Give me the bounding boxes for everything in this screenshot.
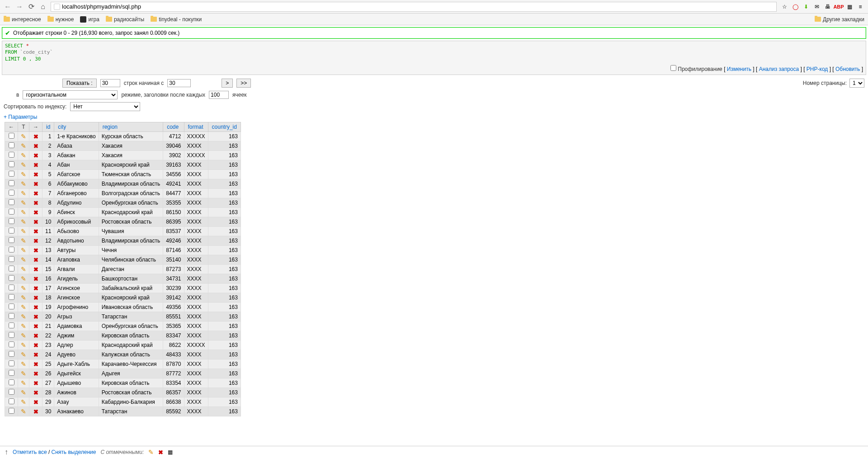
edit-row-icon[interactable]: ✎	[21, 228, 26, 235]
menu-icon[interactable]: ≡	[856, 3, 864, 11]
delete-row-icon[interactable]: ✖	[33, 380, 38, 387]
row-checkbox[interactable]	[9, 218, 14, 224]
reload-button[interactable]: ⟳	[27, 3, 35, 11]
explain-link[interactable]: Анализ запроса	[759, 66, 799, 72]
edit-row-icon[interactable]: ✎	[21, 190, 26, 197]
delete-row-icon[interactable]: ✖	[33, 389, 38, 396]
edit-row-icon[interactable]: ✎	[21, 351, 26, 358]
edit-row-icon[interactable]: ✎	[21, 180, 26, 187]
edit-row-icon[interactable]: ✎	[21, 360, 26, 368]
print-icon[interactable]: 🖶	[824, 3, 832, 11]
col-region[interactable]: region	[99, 122, 163, 132]
delete-row-icon[interactable]: ✖	[33, 294, 38, 301]
delete-row-icon[interactable]: ✖	[33, 228, 38, 235]
edit-row-icon[interactable]: ✎	[21, 322, 26, 330]
row-checkbox[interactable]	[9, 161, 14, 167]
delete-row-icon[interactable]: ✖	[33, 190, 38, 197]
row-checkbox[interactable]	[9, 133, 14, 139]
edit-row-icon[interactable]: ✎	[21, 389, 26, 396]
delete-row-icon[interactable]: ✖	[33, 143, 38, 150]
row-checkbox[interactable]	[9, 313, 14, 319]
row-checkbox[interactable]	[9, 142, 14, 148]
start-row-input[interactable]	[167, 79, 191, 87]
delete-row-icon[interactable]: ✖	[33, 171, 38, 178]
delete-row-icon[interactable]: ✖	[33, 219, 38, 225]
row-checkbox[interactable]	[9, 341, 14, 347]
edit-row-icon[interactable]: ✎	[21, 370, 26, 377]
delete-row-icon[interactable]: ✖	[33, 285, 38, 292]
sort-index-select[interactable]: Нет	[70, 102, 140, 111]
row-checkbox[interactable]	[9, 190, 14, 196]
delete-row-icon[interactable]: ✖	[33, 276, 38, 282]
delete-row-icon[interactable]: ✖	[33, 162, 38, 168]
profiling-checkbox-label[interactable]: Профилирование	[670, 66, 722, 72]
profiling-checkbox[interactable]	[670, 65, 676, 71]
next-page-button[interactable]: >	[222, 79, 233, 88]
row-checkbox[interactable]	[9, 379, 14, 385]
edit-row-icon[interactable]: ✎	[21, 304, 26, 311]
edit-query-link[interactable]: Изменить	[727, 66, 751, 72]
url-input[interactable]	[62, 3, 774, 10]
delete-row-icon[interactable]: ✖	[33, 342, 38, 349]
edit-row-icon[interactable]: ✎	[21, 379, 26, 387]
edit-row-icon[interactable]: ✎	[21, 256, 26, 263]
edit-row-icon[interactable]: ✎	[21, 398, 26, 406]
edit-row-icon[interactable]: ✎	[21, 133, 26, 140]
row-checkbox[interactable]	[9, 285, 14, 290]
delete-row-icon[interactable]: ✖	[33, 313, 38, 320]
row-checkbox[interactable]	[9, 332, 14, 338]
delete-row-icon[interactable]: ✖	[33, 152, 38, 159]
mail-icon[interactable]: ✉	[813, 3, 821, 11]
other-bookmarks[interactable]: Другие закладки	[815, 16, 864, 23]
edit-row-icon[interactable]: ✎	[21, 142, 26, 150]
row-checkbox[interactable]	[9, 199, 14, 205]
delete-row-icon[interactable]: ✖	[33, 257, 38, 263]
delete-row-icon[interactable]: ✖	[33, 304, 38, 311]
bookmark-item[interactable]: радиосайты	[106, 16, 144, 23]
col-id[interactable]: id	[42, 122, 54, 132]
shield-icon[interactable]: ◯	[791, 3, 799, 11]
col-city[interactable]: city	[54, 122, 99, 132]
delete-row-icon[interactable]: ✖	[33, 181, 38, 187]
ext-icon[interactable]: ▦	[845, 3, 854, 11]
rows-count-input[interactable]	[100, 79, 120, 87]
edit-row-icon[interactable]: ✎	[21, 247, 26, 254]
edit-row-icon[interactable]: ✎	[21, 161, 26, 168]
bookmark-item[interactable]: интересное	[4, 16, 41, 23]
delete-row-icon[interactable]: ✖	[33, 332, 38, 339]
delete-row-icon[interactable]: ✖	[33, 408, 38, 415]
row-checkbox[interactable]	[9, 266, 14, 271]
bookmark-item[interactable]: tinydeal - покупки	[151, 16, 202, 23]
edit-row-icon[interactable]: ✎	[21, 237, 26, 244]
edit-row-icon[interactable]: ✎	[21, 218, 26, 225]
home-button[interactable]: ⌂	[39, 3, 47, 11]
edit-row-icon[interactable]: ✎	[21, 275, 26, 282]
forward-button[interactable]: →	[15, 3, 24, 11]
row-checkbox[interactable]	[9, 398, 14, 404]
delete-row-icon[interactable]: ✖	[33, 361, 38, 368]
edit-row-icon[interactable]: ✎	[21, 152, 26, 159]
row-checkbox[interactable]	[9, 389, 14, 395]
row-checkbox[interactable]	[9, 322, 14, 328]
row-checkbox[interactable]	[9, 304, 14, 309]
back-button[interactable]: ←	[4, 3, 12, 11]
edit-row-icon[interactable]: ✎	[21, 313, 26, 320]
delete-row-icon[interactable]: ✖	[33, 133, 38, 140]
delete-row-icon[interactable]: ✖	[33, 399, 38, 406]
edit-row-icon[interactable]: ✎	[21, 408, 26, 415]
col-code[interactable]: code	[163, 122, 184, 132]
php-code-link[interactable]: PHP-код	[807, 66, 828, 72]
bookmark-item[interactable]: игра	[80, 16, 99, 23]
abp-icon[interactable]: ABP	[835, 3, 843, 11]
refresh-link[interactable]: Обновить	[835, 66, 860, 72]
row-checkbox[interactable]	[9, 171, 14, 177]
row-checkbox[interactable]	[9, 256, 14, 262]
row-checkbox[interactable]	[9, 228, 14, 234]
page-number-select[interactable]: 1	[849, 79, 864, 88]
delete-row-icon[interactable]: ✖	[33, 247, 38, 254]
col-arrow-right[interactable]: →	[29, 122, 42, 132]
delete-row-icon[interactable]: ✖	[33, 323, 38, 330]
row-checkbox[interactable]	[9, 180, 14, 186]
delete-row-icon[interactable]: ✖	[33, 209, 38, 216]
edit-row-icon[interactable]: ✎	[21, 171, 26, 178]
